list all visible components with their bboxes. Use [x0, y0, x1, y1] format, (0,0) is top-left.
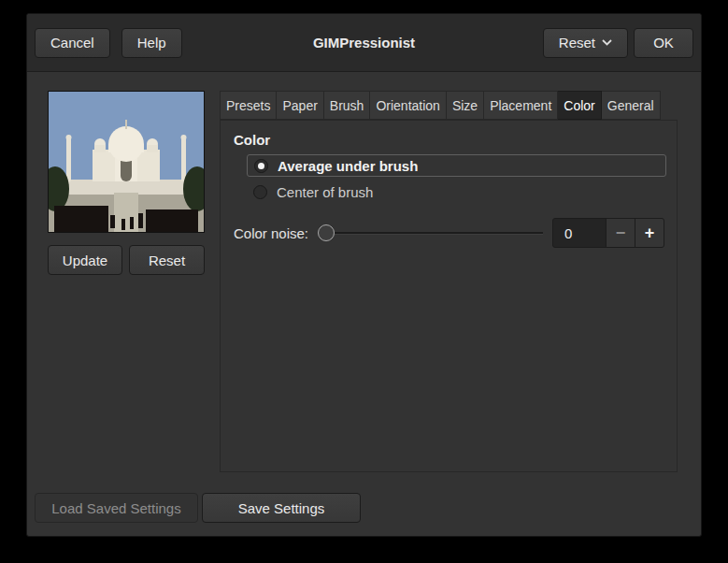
update-button[interactable]: Update — [48, 245, 122, 275]
tab-brush[interactable]: Brush — [324, 91, 371, 120]
taj-mahal-preview-art — [49, 92, 204, 232]
radio-center-of-brush-label: Center of brush — [277, 184, 373, 200]
radio-average-under-brush[interactable]: Average under brush — [247, 154, 666, 177]
tab-orientation[interactable]: Orientation — [370, 91, 446, 120]
tab-color[interactable]: Color — [558, 91, 601, 120]
color-tab-panel: Color Average under brush Center of brus… — [220, 120, 678, 472]
slider-handle[interactable] — [318, 224, 335, 241]
settings-notebook: Presets Paper Brush Orientation Size Pla… — [220, 91, 678, 472]
header-right-buttons: Reset OK — [543, 28, 693, 58]
reset-dropdown-button[interactable]: Reset — [543, 28, 628, 58]
cancel-button[interactable]: Cancel — [35, 28, 110, 58]
radio-checked-icon[interactable] — [254, 159, 268, 173]
decrement-button[interactable]: − — [606, 219, 635, 247]
slider-track[interactable] — [326, 232, 543, 234]
gimpressionist-dialog: Cancel Help GIMPressionist Reset OK — [26, 13, 702, 537]
radio-unchecked-icon[interactable] — [253, 185, 267, 199]
chevron-down-icon — [602, 39, 612, 46]
save-settings-button[interactable]: Save Settings — [202, 493, 361, 523]
radio-center-of-brush[interactable]: Center of brush — [247, 180, 666, 203]
color-noise-value-field[interactable]: 0 — [553, 219, 606, 247]
radio-average-under-brush-label: Average under brush — [278, 158, 418, 174]
color-noise-spinbox: 0 − + — [552, 218, 664, 248]
ok-button[interactable]: OK — [634, 28, 693, 58]
preview-reset-button[interactable]: Reset — [129, 245, 205, 275]
color-noise-label: Color noise: — [234, 225, 308, 241]
header-left-buttons: Cancel Help — [35, 28, 182, 58]
tab-general[interactable]: General — [602, 91, 661, 120]
color-section-title: Color — [234, 132, 270, 148]
dialog-header: Cancel Help GIMPressionist Reset OK — [27, 14, 701, 72]
tab-bar: Presets Paper Brush Orientation Size Pla… — [220, 91, 678, 120]
preview-image — [48, 91, 205, 233]
tab-presets[interactable]: Presets — [220, 91, 277, 120]
load-saved-settings-button[interactable]: Load Saved Settings — [35, 493, 198, 523]
color-noise-slider[interactable] — [318, 218, 545, 248]
tab-size[interactable]: Size — [447, 91, 484, 120]
reset-dropdown-label: Reset — [559, 35, 595, 51]
tab-placement[interactable]: Placement — [484, 91, 558, 120]
dialog-title: GIMPressionist — [313, 35, 415, 51]
increment-button[interactable]: + — [635, 219, 664, 247]
tab-paper[interactable]: Paper — [277, 91, 323, 120]
color-noise-row: Color noise: 0 − + — [234, 218, 664, 248]
help-button[interactable]: Help — [121, 28, 182, 58]
